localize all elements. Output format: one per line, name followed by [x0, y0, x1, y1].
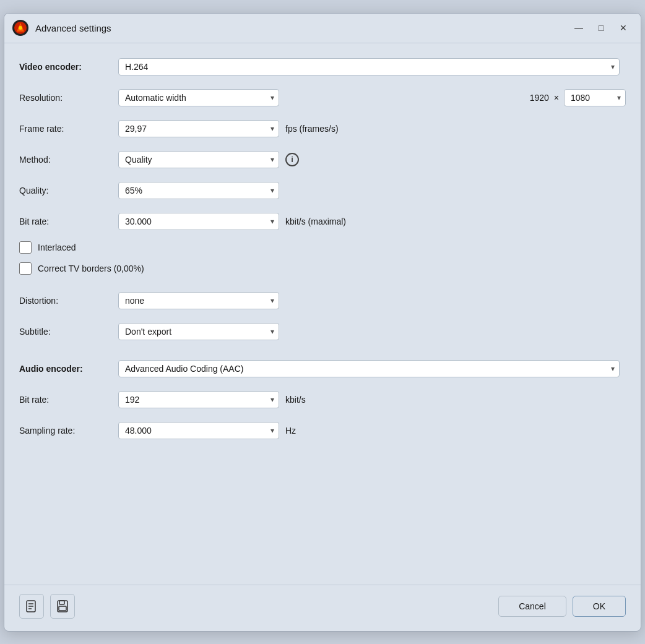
video-bitrate-select-wrapper: 30.000: [118, 213, 279, 230]
method-label: Method:: [19, 155, 118, 165]
audio-bitrate-suffix: kbit/s: [285, 395, 306, 405]
resolution-height-select[interactable]: 1080: [564, 89, 626, 106]
video-encoder-select-wrapper: H.264: [118, 58, 620, 75]
save-icon: [56, 599, 69, 613]
sampling-rate-row: Sampling rate: 48.000 Hz: [19, 419, 626, 442]
video-bitrate-select[interactable]: 30.000: [118, 213, 279, 230]
subtitle-select[interactable]: Don't export: [118, 323, 279, 340]
load-preset-button[interactable]: [19, 594, 44, 619]
audio-bitrate-select-wrapper: 192: [118, 391, 279, 408]
audio-bitrate-row: Bit rate: 192 kbit/s: [19, 389, 626, 411]
distortion-row: Distortion: none: [19, 290, 626, 312]
maximize-button[interactable]: □: [591, 18, 611, 38]
quality-label: Quality:: [19, 186, 118, 195]
sampling-select[interactable]: 48.000: [118, 422, 279, 439]
audio-bitrate-select[interactable]: 192: [118, 391, 279, 408]
subtitle-label: Subtitle:: [19, 327, 118, 337]
save-preset-button[interactable]: [50, 594, 75, 619]
advanced-settings-window: Advanced settings — □ ✕ Video encoder: H…: [4, 13, 641, 632]
quality-row: Quality: 65%: [19, 179, 626, 202]
sampling-select-wrapper: 48.000: [118, 422, 279, 439]
sampling-suffix: Hz: [285, 426, 296, 436]
distortion-label: Distortion:: [19, 296, 118, 306]
svg-rect-10: [59, 606, 66, 611]
resolution-select[interactable]: Automatic width: [118, 89, 279, 106]
app-icon: [12, 19, 29, 36]
video-encoder-label: Video encoder:: [19, 62, 118, 72]
interlaced-row: Interlaced: [19, 241, 626, 254]
framerate-select[interactable]: 29,97: [118, 120, 279, 137]
method-info-icon[interactable]: i: [285, 153, 299, 166]
tv-borders-row: Correct TV borders (0,00%): [19, 262, 626, 275]
video-bitrate-row: Bit rate: 30.000 kbit/s (maximal): [19, 210, 626, 233]
distortion-select-wrapper: none: [118, 292, 279, 309]
tv-borders-label: Correct TV borders (0,00%): [38, 264, 144, 273]
form-content: Video encoder: H.264 Resolution: Automat…: [4, 43, 641, 585]
framerate-row: Frame rate: 29,97 fps (frames/s): [19, 118, 626, 140]
svg-rect-9: [59, 601, 64, 604]
method-row: Method: Quality i: [19, 148, 626, 171]
resolution-row: Resolution: Automatic width 1920 × 1080: [19, 87, 626, 109]
window-title: Advanced settings: [35, 23, 563, 33]
titlebar: Advanced settings — □ ✕: [4, 14, 641, 43]
resolution-width: 1920: [530, 93, 549, 103]
method-select[interactable]: Quality: [118, 151, 279, 168]
interlaced-checkbox[interactable]: [19, 241, 32, 254]
sampling-label: Sampling rate:: [19, 426, 118, 436]
resolution-x: ×: [554, 93, 559, 103]
framerate-select-wrapper: 29,97: [118, 120, 279, 137]
subtitle-row: Subtitle: Don't export: [19, 320, 626, 343]
minimize-button[interactable]: —: [569, 18, 589, 38]
video-bitrate-suffix: kbit/s (maximal): [285, 217, 346, 226]
framerate-suffix: fps (frames/s): [285, 124, 339, 134]
footer: Cancel OK: [4, 585, 641, 631]
quality-select[interactable]: 65%: [118, 182, 279, 199]
audio-bitrate-label: Bit rate:: [19, 395, 118, 405]
method-select-wrapper: Quality: [118, 151, 279, 168]
video-encoder-select[interactable]: H.264: [118, 58, 620, 75]
ok-button[interactable]: OK: [573, 596, 626, 617]
audio-encoder-row: Audio encoder: Advanced Audio Coding (AA…: [19, 358, 626, 380]
close-button[interactable]: ✕: [613, 18, 633, 38]
audio-encoder-select-wrapper: Advanced Audio Coding (AAC): [118, 360, 620, 377]
video-bitrate-label: Bit rate:: [19, 217, 118, 226]
resolution-height-select-wrapper: 1080: [564, 89, 626, 106]
subtitle-select-wrapper: Don't export: [118, 323, 279, 340]
resolution-select-wrapper: Automatic width: [118, 89, 279, 106]
audio-encoder-label: Audio encoder:: [19, 364, 118, 374]
load-icon: [25, 599, 38, 613]
resolution-label: Resolution:: [19, 93, 118, 103]
svg-point-3: [19, 26, 22, 30]
resolution-size-row: 1920 × 1080: [279, 89, 626, 106]
framerate-label: Frame rate:: [19, 124, 118, 134]
distortion-select[interactable]: none: [118, 292, 279, 309]
video-encoder-row: Video encoder: H.264: [19, 56, 626, 78]
audio-encoder-select[interactable]: Advanced Audio Coding (AAC): [118, 360, 620, 377]
window-controls: — □ ✕: [569, 18, 633, 38]
interlaced-label: Interlaced: [38, 243, 76, 252]
cancel-button[interactable]: Cancel: [498, 596, 566, 617]
tv-borders-checkbox[interactable]: [19, 262, 32, 275]
quality-select-wrapper: 65%: [118, 182, 279, 199]
